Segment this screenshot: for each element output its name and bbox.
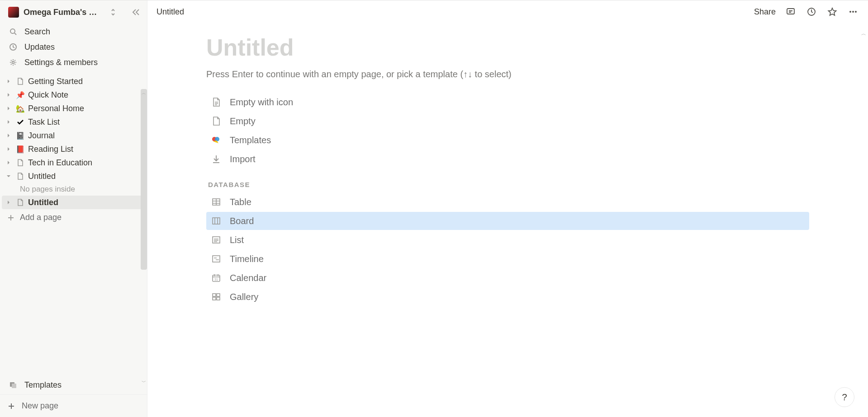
workspace-avatar: [8, 7, 19, 18]
search-icon: [8, 27, 18, 37]
template-label: Timeline: [230, 254, 264, 264]
clock-icon: [8, 42, 18, 52]
board-icon: [211, 216, 222, 226]
template-label: Calendar: [230, 273, 266, 283]
collapse-sidebar-icon[interactable]: [131, 7, 141, 17]
page-label: Untitled: [28, 172, 56, 181]
page-icon: 📌: [15, 90, 25, 100]
help-button[interactable]: ?: [835, 387, 854, 407]
no-pages-inside: No pages inside: [2, 183, 145, 196]
template-templates[interactable]: Templates: [206, 131, 809, 149]
page-label: Journal: [28, 131, 55, 141]
workspace-name[interactable]: Omega Fumba's …: [24, 8, 104, 17]
templates-row[interactable]: Templates: [4, 377, 143, 393]
sidebar-page-personal-home[interactable]: 🏡Personal Home: [2, 102, 145, 115]
template-board[interactable]: Board: [206, 212, 809, 230]
page-hint: Press Enter to continue with an empty pa…: [206, 69, 809, 80]
scroll-down-icon: ﹀: [142, 379, 146, 385]
sidebar: Omega Fumba's … Search Updates: [0, 0, 147, 417]
calendar-icon: 31: [211, 272, 222, 283]
database-templates-list: TableBoardListTimeline31CalendarGallery: [206, 193, 809, 306]
template-calendar[interactable]: 31Calendar: [206, 269, 809, 287]
svg-point-11: [215, 137, 219, 141]
sidebar-page-tech-in-education[interactable]: Tech in Education: [2, 156, 145, 169]
svg-rect-13: [213, 218, 220, 224]
comments-icon[interactable]: [785, 6, 797, 18]
chevron-right-icon[interactable]: [5, 104, 13, 112]
page-label: Getting Started: [28, 77, 83, 86]
topbar: Untitled Share: [147, 0, 868, 23]
svg-rect-14: [213, 237, 220, 243]
template-table[interactable]: Table: [206, 193, 809, 211]
topbar-actions: Share: [754, 6, 859, 18]
page-label: Tech in Education: [28, 158, 92, 168]
svg-rect-18: [213, 294, 216, 296]
content-scroll-up-icon: ︿: [861, 30, 866, 37]
sidebar-page-untitled[interactable]: Untitled: [2, 169, 145, 183]
workspace-switch-icon[interactable]: [109, 8, 117, 16]
breadcrumb[interactable]: Untitled: [157, 7, 748, 17]
scroll-up-icon: ︿: [142, 90, 146, 96]
page-title-input[interactable]: Untitled: [206, 34, 809, 61]
page-icon: [15, 158, 25, 168]
template-label: Empty: [230, 116, 256, 127]
template-label: Table: [230, 197, 251, 207]
search-label: Search: [24, 27, 50, 37]
page-tree: Getting Started📌Quick Note🏡Personal Home…: [0, 72, 147, 377]
sidebar-page-getting-started[interactable]: Getting Started: [2, 75, 145, 88]
svg-rect-20: [213, 297, 216, 300]
chevron-right-icon[interactable]: [5, 91, 13, 99]
share-button[interactable]: Share: [754, 7, 776, 17]
template-label: Board: [230, 216, 254, 226]
new-page-label: New page: [22, 401, 58, 411]
list-icon: [211, 234, 222, 245]
template-label: Templates: [230, 135, 271, 145]
settings-row[interactable]: Settings & members: [4, 55, 143, 70]
sidebar-scrollbar[interactable]: [141, 89, 147, 270]
templates-icon: [8, 380, 18, 390]
sidebar-page-quick-note[interactable]: 📌Quick Note: [2, 88, 145, 102]
chevron-down-icon[interactable]: [5, 172, 13, 180]
templates-color-icon: [211, 135, 222, 145]
chevron-right-icon[interactable]: [5, 198, 13, 206]
template-empty[interactable]: Empty: [206, 112, 809, 130]
page-icon: [15, 171, 25, 181]
chevron-right-icon[interactable]: [5, 118, 13, 126]
template-gallery[interactable]: Gallery: [206, 288, 809, 306]
template-empty-with-icon[interactable]: Empty with icon: [206, 93, 809, 111]
history-icon[interactable]: [806, 6, 817, 18]
page-icon: [15, 197, 25, 207]
search-row[interactable]: Search: [4, 24, 143, 39]
updates-row[interactable]: Updates: [4, 39, 143, 55]
template-import[interactable]: Import: [206, 150, 809, 168]
svg-rect-21: [217, 297, 220, 300]
sidebar-page-untitled[interactable]: Untitled: [2, 196, 145, 209]
new-page-button[interactable]: New page: [0, 395, 147, 417]
gear-icon: [8, 57, 18, 67]
page-lines-icon: [211, 97, 222, 108]
template-timeline[interactable]: Timeline: [206, 250, 809, 268]
more-icon[interactable]: [847, 6, 859, 18]
sidebar-utilities: Search Updates Settings & members: [0, 22, 147, 72]
timeline-icon: [211, 253, 222, 264]
sidebar-page-task-list[interactable]: Task List: [2, 115, 145, 129]
svg-rect-15: [213, 256, 220, 262]
svg-text:31: 31: [214, 278, 218, 281]
template-list[interactable]: List: [206, 231, 809, 249]
chevron-right-icon[interactable]: [5, 131, 13, 140]
template-label: Gallery: [230, 292, 258, 302]
chevron-right-icon[interactable]: [5, 159, 13, 167]
page-icon: [15, 76, 25, 86]
template-label: Empty with icon: [230, 97, 293, 108]
page-icon: [15, 117, 25, 127]
svg-point-0: [10, 29, 15, 33]
basic-templates-list: Empty with iconEmptyTemplatesImport: [206, 93, 809, 168]
sidebar-page-reading-list[interactable]: 📕Reading List: [2, 142, 145, 156]
add-page-button[interactable]: Add a page: [2, 209, 145, 226]
chevron-right-icon[interactable]: [5, 77, 13, 85]
chevron-right-icon[interactable]: [5, 145, 13, 153]
sidebar-page-journal[interactable]: 📓Journal: [2, 129, 145, 142]
favorite-icon[interactable]: [826, 6, 838, 18]
template-label: List: [230, 235, 244, 245]
database-heading: DATABASE: [208, 181, 809, 188]
